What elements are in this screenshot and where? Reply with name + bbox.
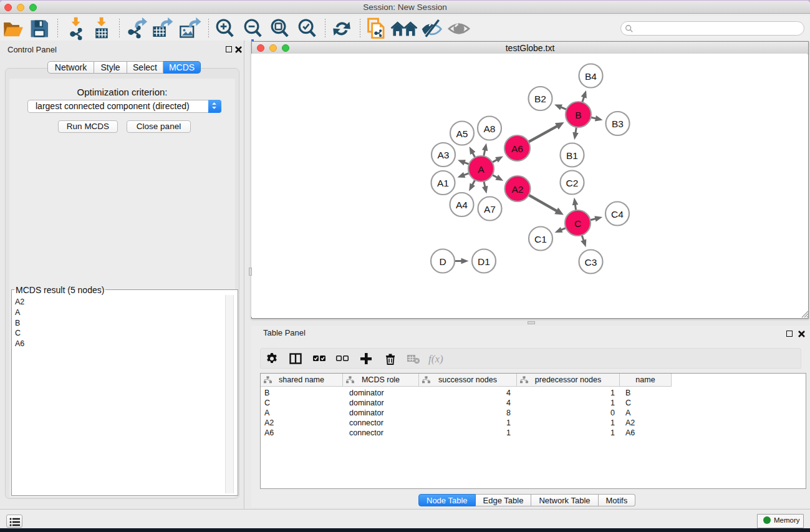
svg-text:D: D <box>439 256 446 267</box>
svg-text:A1: A1 <box>437 178 449 188</box>
svg-text:A2: A2 <box>512 184 524 195</box>
svg-text:D1: D1 <box>478 256 490 267</box>
svg-text:A7: A7 <box>484 204 496 215</box>
svg-text:f(x): f(x) <box>428 353 443 365</box>
svg-text:A5: A5 <box>456 128 468 139</box>
svg-text:B2: B2 <box>534 94 546 104</box>
svg-text:B3: B3 <box>612 118 624 129</box>
svg-text:A: A <box>478 164 485 175</box>
svg-text:A6: A6 <box>511 143 523 154</box>
svg-text:C2: C2 <box>566 178 579 188</box>
svg-text:B4: B4 <box>585 71 597 82</box>
svg-text:C: C <box>574 218 581 229</box>
svg-text:C1: C1 <box>534 234 547 244</box>
svg-text:A4: A4 <box>456 200 468 210</box>
svg-text:A8: A8 <box>484 123 496 134</box>
svg-text:C4: C4 <box>611 209 624 220</box>
svg-text:B: B <box>575 110 581 120</box>
svg-text:B1: B1 <box>566 150 578 161</box>
svg-text:A3: A3 <box>438 150 450 160</box>
svg-text:C3: C3 <box>585 257 597 268</box>
